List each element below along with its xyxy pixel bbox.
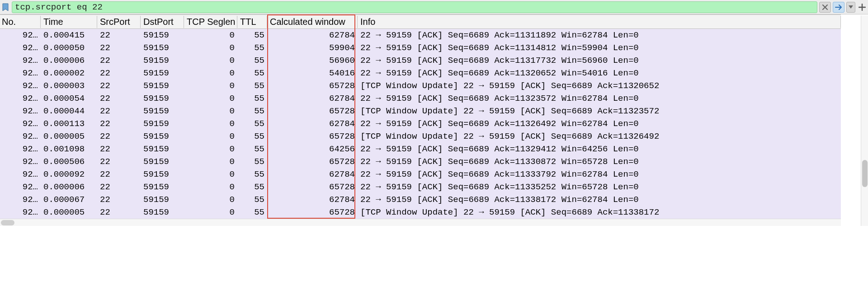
cell-info: 22 → 59159 [ACK] Seq=6689 Ack=11330872 W…: [358, 157, 841, 167]
filter-toolbar: [0, 0, 868, 14]
cell-src: 22: [97, 119, 141, 129]
table-row[interactable]: 92…0.000044225915905565728[TCP Window Up…: [0, 105, 841, 117]
cell-dst: 59159: [141, 157, 184, 167]
bookmark-icon[interactable]: [1, 2, 10, 12]
filter-history-dropdown[interactable]: [846, 2, 855, 13]
table-row[interactable]: 92…0.00000622591590555696022 → 59159 [AC…: [0, 54, 841, 67]
cell-dst: 59159: [141, 106, 184, 116]
col-header-srcport[interactable]: SrcPort: [97, 16, 141, 28]
cell-ttl: 55: [237, 43, 267, 53]
cell-dst: 59159: [141, 43, 184, 53]
table-row[interactable]: 92…0.00009222591590556278422 → 59159 [AC…: [0, 168, 841, 181]
cell-src: 22: [97, 94, 141, 103]
cell-seglen: 0: [184, 68, 237, 78]
cell-time: 0.000054: [41, 94, 97, 103]
cell-no: 92…: [0, 169, 41, 179]
cell-ttl: 55: [237, 144, 267, 154]
cell-info: 22 → 59159 [ACK] Seq=6689 Ack=11326492 W…: [358, 119, 841, 129]
horizontal-scrollbar-thumb[interactable]: [1, 220, 14, 225]
table-row[interactable]: 92…0.00109822591590556425622 → 59159 [AC…: [0, 143, 841, 155]
cell-seglen: 0: [184, 30, 237, 40]
cell-no: 92…: [0, 144, 41, 154]
cell-ttl: 55: [237, 131, 267, 141]
cell-win: 62784: [267, 169, 358, 179]
cell-ttl: 55: [237, 94, 267, 103]
cell-src: 22: [97, 195, 141, 205]
cell-ttl: 55: [237, 207, 267, 217]
cell-seglen: 0: [184, 94, 237, 103]
cell-seglen: 0: [184, 119, 237, 129]
cell-src: 22: [97, 106, 141, 116]
packet-list[interactable]: 92…0.00041522591590556278422 → 59159 [AC…: [0, 29, 841, 219]
vertical-scrollbar[interactable]: [861, 15, 868, 226]
table-row[interactable]: 92…0.00041522591590556278422 → 59159 [AC…: [0, 29, 841, 42]
cell-seglen: 0: [184, 169, 237, 179]
col-header-seglen[interactable]: TCP Seglen: [184, 16, 237, 28]
col-header-time[interactable]: Time: [41, 16, 97, 28]
cell-info: 22 → 59159 [ACK] Seq=6689 Ack=11333792 W…: [358, 169, 841, 179]
cell-dst: 59159: [141, 56, 184, 66]
cell-seglen: 0: [184, 182, 237, 192]
cell-win: 62784: [267, 119, 358, 129]
col-header-info[interactable]: Info: [358, 16, 841, 28]
apply-filter-button[interactable]: [833, 2, 844, 13]
col-header-ttl[interactable]: TTL: [237, 16, 267, 28]
cell-src: 22: [97, 157, 141, 167]
table-row[interactable]: 92…0.00050622591590556572822 → 59159 [AC…: [0, 155, 841, 168]
vertical-scrollbar-thumb[interactable]: [862, 160, 868, 187]
clear-filter-button[interactable]: [819, 2, 831, 13]
add-filter-button[interactable]: [857, 2, 867, 13]
table-row[interactable]: 92…0.00000222591590555401622 → 59159 [AC…: [0, 67, 841, 80]
cell-ttl: 55: [237, 106, 267, 116]
cell-seglen: 0: [184, 131, 237, 141]
cell-seglen: 0: [184, 207, 237, 217]
cell-src: 22: [97, 182, 141, 192]
cell-time: 0.001098: [41, 144, 97, 154]
cell-dst: 59159: [141, 68, 184, 78]
cell-info: [TCP Window Update] 22 → 59159 [ACK] Seq…: [358, 207, 841, 217]
col-header-dstport[interactable]: DstPort: [141, 16, 184, 28]
cell-dst: 59159: [141, 94, 184, 103]
cell-ttl: 55: [237, 169, 267, 179]
cell-info: [TCP Window Update] 22 → 59159 [ACK] Seq…: [358, 131, 841, 141]
cell-dst: 59159: [141, 182, 184, 192]
cell-ttl: 55: [237, 182, 267, 192]
cell-ttl: 55: [237, 68, 267, 78]
table-row[interactable]: 92…0.000005225915905565728[TCP Window Up…: [0, 206, 841, 219]
cell-info: 22 → 59159 [ACK] Seq=6689 Ack=11314812 W…: [358, 43, 841, 53]
cell-no: 92…: [0, 182, 41, 192]
table-row[interactable]: 92…0.000005225915905565728[TCP Window Up…: [0, 130, 841, 143]
cell-win: 56960: [267, 56, 358, 66]
cell-ttl: 55: [237, 195, 267, 205]
cell-win: 59904: [267, 43, 358, 53]
cell-no: 92…: [0, 30, 41, 40]
cell-info: 22 → 59159 [ACK] Seq=6689 Ack=11323572 W…: [358, 94, 841, 103]
table-row[interactable]: 92…0.00000622591590556572822 → 59159 [AC…: [0, 181, 841, 193]
cell-no: 92…: [0, 195, 41, 205]
cell-dst: 59159: [141, 195, 184, 205]
cell-dst: 59159: [141, 169, 184, 179]
cell-src: 22: [97, 207, 141, 217]
table-row[interactable]: 92…0.00005422591590556278422 → 59159 [AC…: [0, 92, 841, 105]
cell-win: 62784: [267, 195, 358, 205]
display-filter-input[interactable]: [12, 1, 817, 13]
cell-seglen: 0: [184, 195, 237, 205]
cell-ttl: 55: [237, 81, 267, 91]
cell-no: 92…: [0, 131, 41, 141]
cell-seglen: 0: [184, 81, 237, 91]
cell-dst: 59159: [141, 81, 184, 91]
table-row[interactable]: 92…0.00011322591590556278422 → 59159 [AC…: [0, 117, 841, 130]
cell-no: 92…: [0, 81, 41, 91]
col-header-no[interactable]: No.: [0, 16, 41, 28]
cell-ttl: 55: [237, 119, 267, 129]
cell-no: 92…: [0, 43, 41, 53]
col-header-calculated-window[interactable]: Calculated window: [267, 16, 358, 28]
table-row[interactable]: 92…0.000003225915905565728[TCP Window Up…: [0, 80, 841, 92]
cell-info: 22 → 59159 [ACK] Seq=6689 Ack=11320652 W…: [358, 68, 841, 78]
cell-win: 62784: [267, 30, 358, 40]
cell-time: 0.000506: [41, 157, 97, 167]
cell-time: 0.000067: [41, 195, 97, 205]
table-row[interactable]: 92…0.00005022591590555990422 → 59159 [AC…: [0, 42, 841, 54]
table-row[interactable]: 92…0.00006722591590556278422 → 59159 [AC…: [0, 193, 841, 206]
horizontal-scrollbar[interactable]: [0, 219, 841, 226]
